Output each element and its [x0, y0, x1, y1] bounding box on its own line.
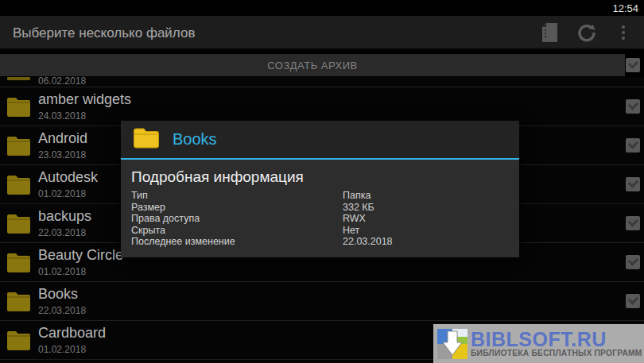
refresh-icon-glyph — [577, 23, 596, 42]
file-name: amber widgets — [38, 91, 131, 108]
document-icon-glyph — [541, 22, 559, 43]
watermark-site-name: BIBLSOFT.RU — [471, 330, 642, 349]
info-label: Права доступа — [131, 213, 343, 225]
overflow-menu-icon[interactable] — [611, 16, 636, 49]
screen: 12:54 Выберите несколько файлов — [0, 0, 644, 363]
watermark-tagline: БИБЛИОТЕКА БЕСПЛАТНЫХ ПРОГРАММ — [471, 349, 642, 357]
info-value: Нет — [343, 225, 359, 237]
folder-icon — [6, 213, 31, 237]
file-name: Cardboard — [38, 325, 106, 342]
file-checkbox[interactable] — [626, 216, 640, 230]
folder-icon — [133, 127, 159, 153]
file-name: Android — [38, 130, 87, 147]
info-row: Размер 332 КБ — [131, 202, 509, 214]
info-value: 332 КБ — [343, 202, 374, 214]
dialog-header: Books — [121, 121, 519, 158]
file-checkbox[interactable] — [626, 99, 640, 114]
list-item[interactable]: 06.02.2018 — [0, 77, 644, 87]
file-checkbox[interactable] — [626, 294, 640, 308]
page-title: Выберите несколько файлов — [13, 25, 195, 41]
folder-icon — [6, 174, 31, 199]
file-name: Beauty Circle — [38, 247, 123, 264]
dialog-body: Подробная информация Тип Папка Размер 33… — [121, 160, 519, 257]
dialog-folder-name: Books — [173, 130, 217, 149]
file-date: 22.03.2018 — [38, 227, 86, 238]
create-archive-label: СОЗДАТЬ АРХИВ — [267, 60, 358, 71]
info-row: Права доступа RWX — [131, 213, 509, 225]
list-item[interactable]: Books 22.03.2018 — [0, 282, 644, 321]
info-row: Скрыта Нет — [131, 225, 509, 237]
file-name: backups — [38, 208, 91, 225]
create-archive-button[interactable]: СОЗДАТЬ АРХИВ — [0, 54, 625, 76]
file-date: 01.02.2018 — [38, 344, 86, 355]
folder-icon — [6, 96, 31, 121]
folder-icon — [6, 135, 31, 160]
watermark-banner: BIBLSOFT.RU БИБЛИОТЕКА БЕСПЛАТНЫХ ПРОГРА… — [433, 324, 644, 363]
file-date: 22.03.2018 — [38, 305, 86, 316]
folder-icon — [6, 291, 31, 315]
info-label: Скрыта — [131, 225, 343, 237]
folder-icon — [6, 330, 31, 354]
document-icon[interactable] — [537, 16, 563, 49]
refresh-icon[interactable] — [574, 16, 599, 49]
watermark-text: BIBLSOFT.RU БИБЛИОТЕКА БЕСПЛАТНЫХ ПРОГРА… — [471, 330, 642, 357]
info-row: Тип Папка — [131, 190, 509, 202]
select-all-checkbox[interactable] — [626, 58, 640, 72]
clock: 12:54 — [612, 2, 638, 14]
file-name: Autodesk — [38, 169, 98, 186]
folder-icon — [6, 252, 31, 276]
info-label: Размер — [131, 202, 343, 214]
action-bar-icons — [537, 16, 636, 49]
file-date: 24.03.2018 — [38, 110, 86, 122]
info-label: Последнее изменение — [131, 236, 343, 248]
overflow-dots — [622, 25, 625, 40]
action-bar: Выберите несколько файлов — [0, 16, 644, 49]
status-bar: 12:54 — [0, 0, 644, 16]
folder-icon — [7, 77, 30, 80]
file-checkbox[interactable] — [626, 177, 640, 191]
properties-dialog: Books Подробная информация Тип Папка Раз… — [121, 121, 519, 257]
file-date: 01.02.2018 — [38, 266, 86, 277]
info-label: Тип — [131, 190, 343, 202]
file-name: Books — [38, 286, 78, 303]
file-checkbox[interactable] — [626, 255, 640, 269]
dialog-section-title: Подробная информация — [131, 168, 509, 186]
info-row: Последнее изменение 22.03.2018 — [131, 236, 509, 248]
file-checkbox[interactable] — [626, 138, 640, 153]
file-date: 23.03.2018 — [38, 149, 86, 160]
info-value: RWX — [343, 213, 366, 225]
file-date: 01.02.2018 — [38, 188, 86, 199]
file-date: 06.02.2018 — [38, 77, 86, 87]
info-value: Папка — [343, 190, 370, 202]
info-value: 22.03.2018 — [343, 236, 393, 248]
watermark-logo-icon — [437, 329, 467, 359]
